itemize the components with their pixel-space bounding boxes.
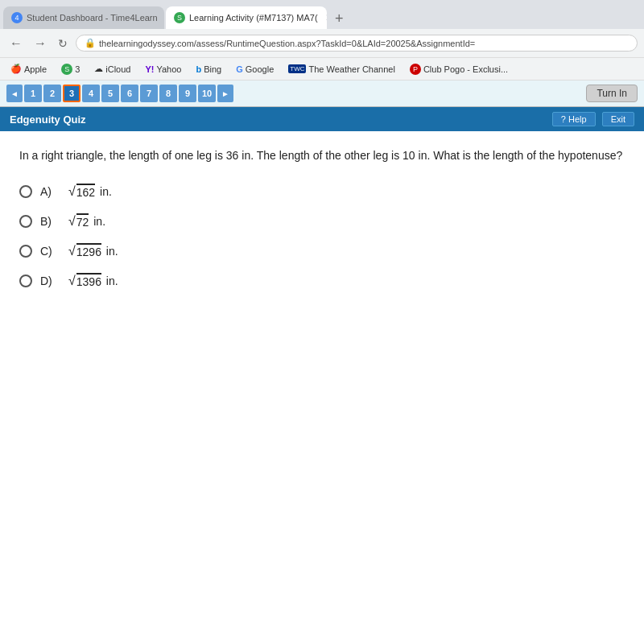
tab-label-1: Student Dashboard - Time4Learn xyxy=(27,13,158,23)
option-b-label: B) xyxy=(40,215,60,228)
radio-d[interactable] xyxy=(19,275,32,287)
question-navigation: ◄ 1 2 3 4 5 6 7 8 9 10 ► Turn In xyxy=(0,80,644,107)
address-bar: ← → ↻ 🔒 thelearningodyssey.com/assess/Ru… xyxy=(0,29,644,58)
option-a-math: √162 in. xyxy=(68,184,112,199)
bookmark-pogo[interactable]: P Club Pogo - Exclusi... xyxy=(406,62,512,76)
back-button[interactable]: ← xyxy=(6,35,26,52)
option-d: D) √1396 in. xyxy=(19,273,625,288)
url-text: thelearningodyssey.com/assess/RuntimeQue… xyxy=(99,39,475,48)
next-question-button[interactable]: ► xyxy=(217,85,233,102)
apple-icon: 🍎 xyxy=(10,64,22,74)
option-a: A) √162 in. xyxy=(19,184,625,199)
option-c: C) √1296 in. xyxy=(19,243,625,258)
bookmark-weather-label: The Weather Channel xyxy=(308,64,394,74)
quiz-header: Edgenuity Quiz ? Help Exit xyxy=(0,107,644,131)
bookmarks-bar: 🍎 Apple S 3 ☁ iCloud Y! Yahoo b Bing G G… xyxy=(0,58,644,80)
quiz-title: Edgenuity Quiz xyxy=(10,114,86,126)
weather-icon: TWC xyxy=(288,64,306,73)
forward-button[interactable]: → xyxy=(31,35,50,52)
sqrt-symbol-d: √1396 xyxy=(68,273,101,288)
question-num-3[interactable]: 3 xyxy=(63,85,80,102)
bookmark-yahoo-label: Yahoo xyxy=(156,64,181,74)
bing-icon: b xyxy=(196,64,201,74)
option-a-label: A) xyxy=(40,185,60,198)
option-c-math: √1296 in. xyxy=(68,243,118,258)
icloud-icon: ☁ xyxy=(94,64,103,74)
bookmark-google[interactable]: G Google xyxy=(232,63,278,76)
bookmark-bing[interactable]: b Bing xyxy=(192,63,225,76)
sqrt-symbol-b: √72 xyxy=(68,213,89,229)
tab-student-dashboard[interactable]: 4 Student Dashboard - Time4Learn ✕ xyxy=(3,6,164,29)
new-tab-button[interactable]: + xyxy=(328,10,350,27)
content-area: ◄ 1 2 3 4 5 6 7 8 9 10 ► Turn In Edgenui… xyxy=(0,80,644,644)
question-num-10[interactable]: 10 xyxy=(198,85,216,102)
bookmark-google-label: Google xyxy=(246,64,274,74)
bookmark-yahoo[interactable]: Y! Yahoo xyxy=(141,63,185,76)
question-num-6[interactable]: 6 xyxy=(121,85,138,102)
lock-icon: 🔒 xyxy=(85,38,96,48)
browser-window: 4 Student Dashboard - Time4Learn ✕ S Lea… xyxy=(0,0,644,644)
turn-in-button[interactable]: Turn In xyxy=(586,85,638,102)
bookmark-pogo-label: Club Pogo - Exclusi... xyxy=(423,64,508,74)
bookmark-icloud-label: iCloud xyxy=(105,64,130,74)
question-num-4[interactable]: 4 xyxy=(82,85,100,102)
radio-b[interactable] xyxy=(19,215,32,228)
reload-button[interactable]: ↻ xyxy=(55,35,71,52)
exit-button[interactable]: Exit xyxy=(602,112,634,126)
bookmark-icloud[interactable]: ☁ iCloud xyxy=(90,62,134,76)
radio-a[interactable] xyxy=(19,185,32,198)
url-bar[interactable]: 🔒 thelearningodyssey.com/assess/RuntimeQ… xyxy=(76,35,638,52)
option-b: B) √72 in. xyxy=(19,213,625,229)
tab-label-2: Learning Activity (#M7137) MA7( xyxy=(189,13,318,23)
tab-icon-1: 4 xyxy=(11,12,23,23)
bookmark-3[interactable]: S 3 xyxy=(57,62,84,76)
option-b-math: √72 in. xyxy=(68,213,105,229)
tab-bar: 4 Student Dashboard - Time4Learn ✕ S Lea… xyxy=(0,0,644,29)
option-d-label: D) xyxy=(40,275,60,287)
sqrt-symbol-c: √1296 xyxy=(68,243,101,258)
bookmark-weather[interactable]: TWC The Weather Channel xyxy=(284,63,399,76)
question-text: In a right triangle, the length of one l… xyxy=(19,147,625,164)
option-d-math: √1396 in. xyxy=(68,273,118,288)
quiz-header-buttons: ? Help Exit xyxy=(552,112,634,126)
question-num-5[interactable]: 5 xyxy=(101,85,119,102)
help-button[interactable]: ? Help xyxy=(552,112,596,126)
prev-question-button[interactable]: ◄ xyxy=(6,85,23,102)
sqrt-symbol-a: √162 xyxy=(68,184,95,199)
tab-learning-activity[interactable]: S Learning Activity (#M7137) MA7( ✕ xyxy=(166,6,327,29)
tab-close-2[interactable]: ✕ xyxy=(325,12,327,23)
option-c-label: C) xyxy=(40,245,60,258)
bookmark-bing-label: Bing xyxy=(204,64,221,74)
question-num-9[interactable]: 9 xyxy=(179,85,196,102)
tab-icon-2: S xyxy=(174,12,185,23)
pogo-icon: P xyxy=(410,64,421,75)
bookmark-apple[interactable]: 🍎 Apple xyxy=(6,62,51,76)
google-icon: G xyxy=(236,64,243,74)
question-num-8[interactable]: 8 xyxy=(159,85,177,102)
question-num-1[interactable]: 1 xyxy=(24,85,42,102)
bookmark-3-icon: S xyxy=(61,64,72,75)
question-num-2[interactable]: 2 xyxy=(43,85,61,102)
question-num-7[interactable]: 7 xyxy=(140,85,158,102)
yahoo-icon: Y! xyxy=(145,64,154,74)
question-area: In a right triangle, the length of one l… xyxy=(0,131,644,319)
bookmark-3-label: 3 xyxy=(75,64,80,74)
radio-c[interactable] xyxy=(19,245,32,258)
bookmark-apple-label: Apple xyxy=(24,64,47,74)
